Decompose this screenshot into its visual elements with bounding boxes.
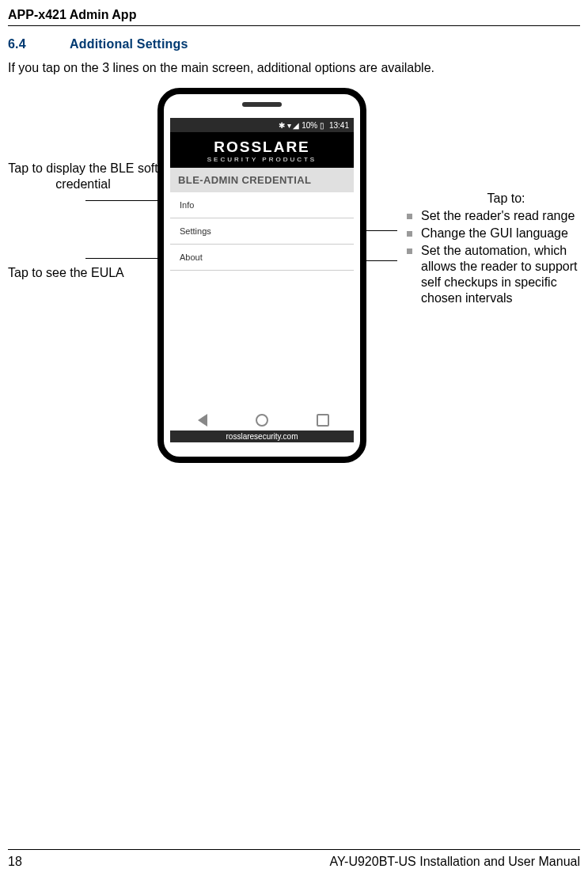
menu-item-settings[interactable]: Settings [170, 218, 354, 245]
callout-settings: Tap to: Set the reader's read range Chan… [402, 191, 588, 308]
phone-screen: ✱ ▾ ◢ 10% ▯ 13:41 ROSSLARE SECURITY PROD… [170, 118, 354, 446]
callout-ble-credential: Tap to display the BLE soft credential [8, 161, 158, 192]
nav-recent-icon[interactable] [317, 414, 329, 427]
status-icons: ✱ ▾ ◢ 10% ▯ [279, 121, 324, 130]
callout-settings-item: Change the GUI language [402, 226, 588, 241]
callout-eula: Tap to see the EULA [8, 265, 150, 281]
app-logo: ROSSLARE SECURITY PRODUCTS [170, 132, 354, 168]
callout-settings-header: Tap to: [402, 191, 588, 207]
nav-back-icon[interactable] [195, 414, 207, 427]
logo-sub-text: SECURITY PRODUCTS [178, 156, 346, 163]
logo-main-text: ROSSLARE [178, 138, 346, 156]
callout-settings-item: Set the reader's read range [402, 208, 588, 224]
phone-speaker [242, 102, 282, 107]
phone-mockup: ✱ ▾ ◢ 10% ▯ 13:41 ROSSLARE SECURITY PROD… [157, 88, 366, 463]
page-footer: 18 AY-U920BT-US Installation and User Ma… [8, 849, 580, 869]
footer-rule [8, 849, 580, 850]
credential-bar: BLE-ADMIN CREDENTIAL [170, 168, 354, 192]
status-bar: ✱ ▾ ◢ 10% ▯ 13:41 [170, 118, 354, 132]
android-nav-buttons [170, 411, 354, 430]
menu-item-about[interactable]: About [170, 245, 354, 271]
callout-settings-item: Set the automation, which allows the rea… [402, 243, 588, 306]
status-time: 13:41 [329, 121, 349, 130]
nav-home-icon[interactable] [256, 414, 268, 427]
header-rule [8, 25, 580, 26]
app-footer-url: rosslaresecurity.com [170, 431, 354, 442]
manual-title: AY-U920BT-US Installation and User Manua… [329, 855, 580, 869]
section-title: Additional Settings [70, 37, 188, 51]
menu-list: Info Settings About [170, 192, 354, 271]
callout-settings-list: Set the reader's read range Change the G… [402, 208, 588, 306]
page-number: 18 [8, 855, 22, 869]
menu-item-info[interactable]: Info [170, 192, 354, 218]
section-number: 6.4 [8, 37, 70, 51]
section-heading: 6.4Additional Settings [8, 37, 580, 51]
figure-area: Tap to display the BLE soft credential T… [8, 88, 580, 468]
intro-text: If you tap on the 3 lines on the main sc… [8, 61, 580, 75]
page-header-title: APP-x421 Admin App [8, 8, 580, 22]
